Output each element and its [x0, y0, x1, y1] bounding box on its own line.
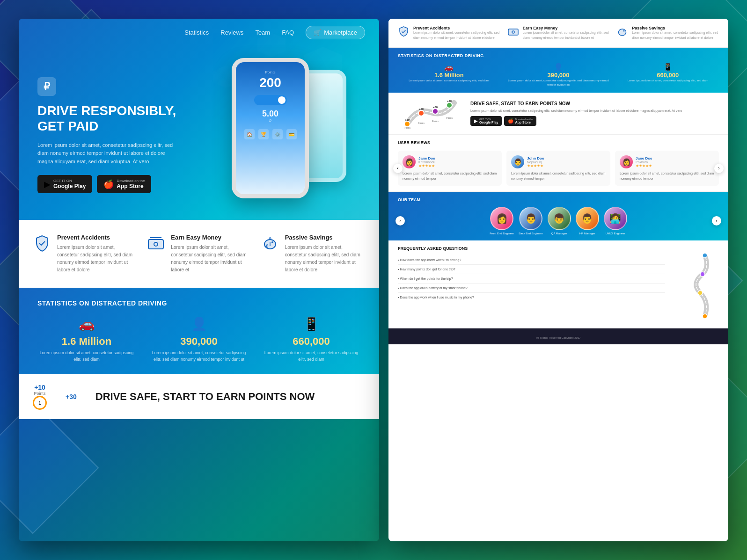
feature-1-title: Prevent Accidents [57, 234, 137, 241]
rp-feature-3-desc: Lorem ipsum dolor sit amet, consetetur s… [632, 30, 719, 40]
faq-item-4[interactable]: • Does the app drain battery of my smart… [398, 284, 665, 293]
stats-section-title: STATISTICS ON DISTRACTED DRIVING [37, 299, 360, 307]
rp-google-play-btn[interactable]: ▶ GET IT ON Google Play [470, 116, 502, 126]
feature-3-desc: Lorem ipsum dolor sit amet, consetetur s… [285, 244, 365, 274]
team-member-5: 👩‍💻 UI/UX Engineer [604, 207, 627, 235]
reviewer-location-1: Kathmandu [418, 160, 435, 164]
faq-item-5[interactable]: • Does the app work when I use music in … [398, 293, 665, 302]
rp-play-name: Google Play [479, 121, 498, 124]
feature-3-title: Passive Savings [285, 234, 365, 241]
svg-point-6 [271, 241, 273, 243]
faq-item-1[interactable]: • How does the app know when I'm driving… [398, 255, 665, 265]
stats-grid: 🚗 1.6 Million Lorem ipsum dolor sit amet… [37, 316, 360, 363]
phone-icon-2: 🏆 [258, 129, 269, 139]
review-card-2: 👨 John Doe Nepalgunj ★★★★★ Lorem ipsum d… [506, 151, 610, 186]
review-header-2: 👨 John Doe Nepalgunj ★★★★★ [511, 155, 606, 168]
reviewer-avatar-3: 👩 [620, 155, 633, 168]
phone-front: Points 200 5.00 ₽ 🏠 🏆 ⚙️ 💳 [232, 58, 309, 198]
bs-point-1: +10 Points 1 [33, 384, 47, 410]
phone-icon-4: 💳 [286, 129, 297, 139]
svg-text:Points: Points [432, 120, 439, 123]
reviewer-name-3: Jane Doe [636, 156, 652, 160]
svg-point-26 [703, 314, 707, 319]
svg-text:Points: Points [404, 126, 410, 129]
rp-feature-2-title: Earn Easy Money [523, 26, 610, 30]
rp-feature-3-title: Passive Savings [632, 26, 719, 30]
team-prev-arrow[interactable]: ‹ [395, 216, 405, 225]
review-text-2: Lorem ipsum dolor sit amet, consetetur s… [511, 171, 606, 181]
reviewer-stars-3: ★★★★★ [636, 164, 652, 168]
svg-rect-0 [148, 240, 163, 249]
reviewer-name-2: John Doe [527, 156, 544, 160]
team-member-3: 👦 QA Manager [548, 207, 571, 235]
bs-heading: DRIVE SAFE, START TO EARN POINTS NOW [95, 391, 365, 403]
svg-text:Points: Points [418, 122, 425, 124]
feature-1-desc: Lorem ipsum dolor sit amet, consetetur s… [57, 244, 137, 274]
bs-plus-2: +30 [66, 393, 77, 400]
team-photo-1: 👩 [490, 207, 513, 230]
rp-app-name: App Store [515, 121, 533, 124]
google-play-button[interactable]: ▶ GET IT ON Google Play [37, 175, 92, 193]
feature-earn-money: Earn Easy Money Lorem ipsum dolor sit am… [146, 234, 251, 274]
stat-item-3: 📱 660,000 Lorem ipsum dolor sit amet, co… [262, 316, 360, 363]
reviewer-name-1: Jane Doe [418, 156, 435, 160]
rp-app-store-btn[interactable]: 🍎 Download on the App Store [504, 116, 536, 126]
rp-faq-title: FREQUENTLY ASKED QUESTIONS [398, 246, 665, 251]
phone-icon-3: ⚙️ [272, 129, 283, 139]
apple-icon: 🍎 [103, 179, 114, 189]
rp-stat-desc-3: Lorem ipsum dolor sit amet, consetetur s… [616, 79, 719, 83]
team-member-4: 👨 HR Manager [576, 207, 599, 235]
rp-play-icon: ▶ [474, 118, 478, 124]
hero-title: DRIVE RESPONSIBLY, GET PAID [37, 103, 178, 134]
rp-reviews-section: USER REVIEWS ‹ 👩 Jane Doe Kathmandu ★★★★… [388, 135, 728, 192]
team-name-3: QA Manager [548, 232, 571, 235]
svg-point-27 [698, 291, 703, 295]
rp-stat-1: 🚗 1.6 Million Lorem ipsum dolor sit amet… [398, 63, 500, 87]
team-member-1: 👩 Front End Engineer [490, 207, 514, 235]
rp-faq-content: FREQUENTLY ASKED QUESTIONS • How does th… [398, 246, 665, 323]
app-store-button[interactable]: 🍎 Download on the App Store [97, 175, 151, 193]
faq-item-2[interactable]: • How many points do I get for one trip? [398, 265, 665, 274]
rp-stat-number-2: 390,000 [507, 72, 610, 79]
team-name-4: HR Manager [576, 232, 599, 235]
piggy-icon [261, 234, 279, 253]
team-member-2: 👨 Back End Engineer [519, 207, 542, 235]
rp-feature-2: Earn Easy Money Lorem ipsum dolor sit am… [507, 26, 610, 40]
svg-text:+20: +20 [419, 108, 424, 110]
rp-points-title: DRIVE SAFE, START TO EARN POINTS NOW [470, 101, 682, 106]
nav-statistics[interactable]: Statistics [184, 29, 209, 36]
team-photo-4: 👨 [576, 207, 599, 230]
stat-number-3: 660,000 [262, 335, 360, 348]
rp-store-buttons: ▶ GET IT ON Google Play 🍎 Download on th… [470, 116, 682, 126]
svg-point-29 [703, 253, 707, 258]
rp-reviews-grid: ‹ 👩 Jane Doe Kathmandu ★★★★★ Lorem ipsum… [398, 151, 719, 186]
right-panel: Prevent Accidents Lorem ipsum dolor sit … [388, 19, 728, 541]
rp-stat-3: 📱 660,000 Lorem ipsum dolor sit amet, co… [616, 63, 719, 87]
svg-point-13 [623, 30, 625, 32]
rp-faq-road [672, 246, 719, 323]
svg-text:+10: +10 [405, 118, 410, 121]
reviews-next-arrow[interactable]: › [714, 164, 724, 173]
faq-item-3[interactable]: • When do I get the points for the trip? [398, 274, 665, 284]
reviews-prev-arrow[interactable]: ‹ [393, 164, 403, 173]
feature-passive-savings: Passive Savings Lorem ipsum dolor sit am… [261, 234, 365, 274]
rp-points-text: DRIVE SAFE, START TO EARN POINTS NOW Lor… [470, 101, 682, 126]
google-play-name: Google Play [53, 183, 86, 189]
svg-point-17 [447, 102, 452, 108]
rp-car-icon: 🚗 [398, 63, 500, 72]
main-wrapper: Statistics Reviews Team FAQ 🛒 Marketplac… [19, 19, 728, 541]
svg-text:+40: +40 [447, 100, 452, 102]
google-play-get-label: GET IT ON [53, 179, 86, 183]
svg-point-16 [432, 109, 438, 114]
reviewer-location-3: Pokhara [636, 160, 652, 164]
hero-description: Lorem ipsum dolor sit amet, consetetur s… [37, 141, 178, 166]
reviewer-stars-1: ★★★★★ [418, 164, 435, 168]
rp-road-svg: +10 +20 +30 +40 Points Points Points Poi… [398, 98, 463, 129]
rp-stat-number-1: 1.6 Million [398, 72, 500, 79]
svg-text:Points: Points [446, 116, 453, 119]
svg-text:+30: +30 [433, 106, 438, 109]
rp-savings-icon [616, 26, 628, 37]
stat-desc-1: Lorem ipsum dolor sit amet, consetetur s… [37, 350, 136, 363]
team-next-arrow[interactable]: › [712, 216, 721, 225]
rp-person-icon: 👤 [507, 63, 610, 72]
